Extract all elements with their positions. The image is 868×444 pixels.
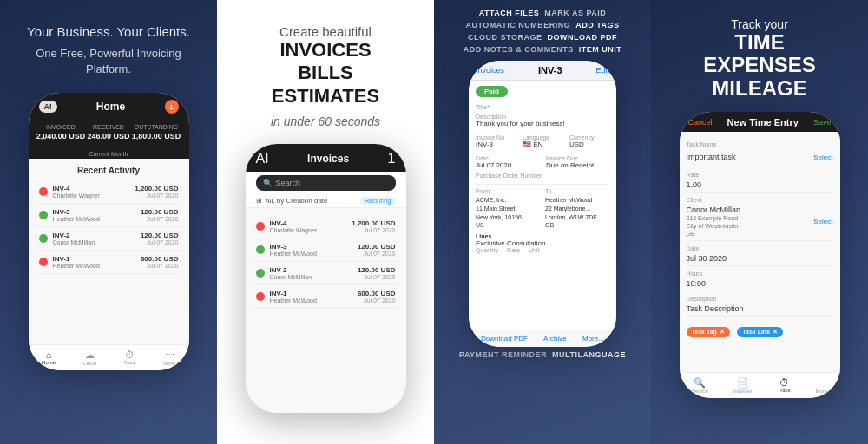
p2-invoice-list: INV-4 Charlotte Wagner 1,200.00 USD Jul … [246,208,406,413]
nav-cloud[interactable]: ☁Cloud [82,349,96,366]
inv-info-3: INV-3 Heather McWood [53,208,135,222]
p2-inv-info-4: INV-4 Charlotte Wagner [270,219,347,233]
inv-id-1: INV-1 [53,255,135,263]
invoice-row-3[interactable]: INV-3 Heather McWood 120.00 USD Jul 07 2… [36,204,182,227]
tagline-line1: Your Business. Your Clients. [14,24,203,39]
inv-amount-2: 120.00 USD Jul 07 2020 [141,232,179,245]
inv-client-2: Conor McMillan [53,239,135,245]
p2-inv-date-3: Jul 07 2020 [358,251,396,257]
inv-id-2: INV-2 [53,232,135,239]
p2-phone-header: AI Invoices 1 [246,144,406,172]
p3-from-to: From ACME, Inc.11 Main StreetNew York, 1… [476,184,609,230]
p3-lang-label: Language [523,134,562,140]
p4-nav-search[interactable]: 🔍Search [692,377,708,394]
p3-more-btn[interactable]: More... [582,335,604,343]
p2-inv-id-1: INV-1 [270,290,352,297]
paid-badge: Paid [476,86,508,97]
p2-inv-status-red-1 [256,292,265,301]
inv-id-3: INV-3 [53,208,135,216]
p2-search-bar[interactable]: 🔍 Search [256,175,396,191]
p4-client-label: Client [687,197,833,203]
stats-row: INVOICED 2,040.00 USD RECEIVED 246.00 US… [29,119,189,149]
p3-currency-label: Currency [569,134,609,140]
inv-usd-1: 600.00 USD [141,255,179,263]
p3-actions-bar: Download PDF Archive More... [469,330,616,347]
panel4-text: Track your TIMEEXPENSESMILEAGE [703,17,815,100]
stat-outstanding-value: 1,800.00 USD [132,132,181,140]
p4-client-row: Conor McMillan 212 Example RoadCity of W… [687,203,833,241]
ftag-dlpdf: DOWNLOAD PDF [547,33,617,42]
p3-nav-bar: Invoices INV-3 Edit [469,61,616,81]
highlight-invoices: INVOICESBILLSESTIMATES [271,39,380,108]
p4-client-address: 212 Example RoadCity of WestminsterGB [687,214,741,238]
feature-tags-area: ATTACH FILESMARK AS PAID AUTOMATIC NUMBE… [434,9,651,57]
p2-inv-status-green [256,245,265,254]
stat-invoiced-value: 2,040.00 USD [36,132,86,140]
panel2-text: Create beautiful INVOICESBILLSESTIMATES … [271,24,380,128]
p2-invoice-row-2[interactable]: INV-2 Conor McMillan 120.00 USD Jul 07 2… [253,262,399,285]
p4-nav-more[interactable]: ⋯More [815,377,827,394]
p3-archive-btn[interactable]: Archive [543,335,567,343]
p4-tags-area: Task Tag ✕ Task Link ✕ [687,322,833,337]
inv-usd-3: 120.00 USD [141,208,179,216]
ftag-addtags: ADD TAGS [575,21,619,29]
p3-due-label: Invoice Due [546,155,609,161]
panel-track: Track your TIMEEXPENSESMILEAGE Cancel Ne… [651,0,868,444]
p4-task-link[interactable]: Task Link ✕ [737,327,783,337]
invoice-row-1[interactable]: INV-1 Heather McWood 600.00 USD Jul 07 2… [36,251,182,274]
p3-to-label: To [545,188,609,194]
search-icon: 🔍 [263,179,273,187]
phone-invoices: AI Invoices 1 🔍 Search ⊞ All, by Creatio… [246,144,406,413]
inv-date-4: Jul 07 2020 [135,193,178,199]
invoice-row-4[interactable]: INV-4 Charlotte Wagner 1,200.00 USD Jul … [36,180,182,204]
p2-invoice-row-4[interactable]: INV-4 Charlotte Wagner 1,200.00 USD Jul … [253,215,399,238]
p4-date-value: Jul 30 2020 [687,251,833,266]
p3-edit-button[interactable]: Edit [595,66,609,75]
p2-title: Invoices [269,153,388,165]
search-placeholder-text: Search [276,179,301,187]
p2-invoice-row-3[interactable]: INV-3 Heather McWood 120.00 USD Jul 07 2… [253,238,399,262]
p3-to-value: Heather McWood22 Marylebone...London, W1… [545,196,609,230]
task-tag-close-icon[interactable]: ✕ [720,329,725,336]
p3-download-btn[interactable]: Download PDF [481,335,528,343]
inv-amount-3: 120.00 USD Jul 07 2020 [141,208,179,222]
p3-back-button[interactable]: Invoices [476,66,504,75]
p2-inv-usd-3: 120.00 USD [358,243,396,251]
p4-cancel-button[interactable]: Cancel [688,118,713,127]
nav-home[interactable]: ⌂Home [42,349,56,366]
p2-invoice-row-1[interactable]: INV-1 Heather McWood 600.00 USD Jul 07 2… [253,285,399,309]
nav-more[interactable]: ⋯More [163,349,175,366]
rate-label: Rate [507,247,520,253]
p4-entry-title: New Time Entry [727,117,799,127]
inv-amount-1: 600.00 USD Jul 07 2020 [141,255,179,269]
period-label: Current Month [29,149,189,159]
p4-save-button[interactable]: Save [813,118,832,127]
p4-nav-track[interactable]: ⏱Track [778,377,791,394]
p2-inv-info-2: INV-2 Conor McMillan [270,266,352,280]
nav-track[interactable]: ⏱Track [123,349,136,366]
p4-task-tag[interactable]: Task Tag ✕ [687,327,730,337]
p3-service-name: Exclusive Consultation [476,239,609,247]
tagline-line2: One Free, Powerful Invoicing Platform. [14,46,203,77]
p2-filter-row[interactable]: ⊞ All, by Creation date Recurring [246,194,406,208]
p2-inv-status-red [256,222,265,231]
p2-inv-client-3: Heather McWood [270,251,352,257]
p4-desc-value: Task Description [687,302,833,317]
p4-rate-label: Rate [687,172,833,178]
p4-task-select-btn[interactable]: Select [813,153,832,161]
stat-outstanding-label: OUTSTANDING [132,124,181,130]
p4-task-name-row: Important task Select [687,147,833,167]
phone-home: AI Home 1 INVOICED 2,040.00 USD RECEIVED… [29,93,189,370]
stat-received-label: RECEIVED [87,124,129,130]
invoice-row-2[interactable]: INV-2 Conor McMillan 120.00 USD Jul 07 2… [36,227,182,251]
subtitle-text: in under 60 seconds [271,114,380,128]
inv-date-2: Jul 07 2020 [141,239,179,245]
p4-client-select-btn[interactable]: Select [813,218,832,225]
inv-info-1: INV-1 Heather McWood [53,255,135,269]
p4-nav-invoices[interactable]: 📄Invoices [733,377,753,394]
task-link-close-icon[interactable]: ✕ [773,329,778,336]
panel-invoices: Create beautiful INVOICESBILLSESTIMATES … [217,0,434,444]
filter-label: All, by Creation date [266,197,328,205]
ftag-attach: ATTACH FILES [479,9,540,17]
p4-hours-label: Hours [687,271,833,277]
